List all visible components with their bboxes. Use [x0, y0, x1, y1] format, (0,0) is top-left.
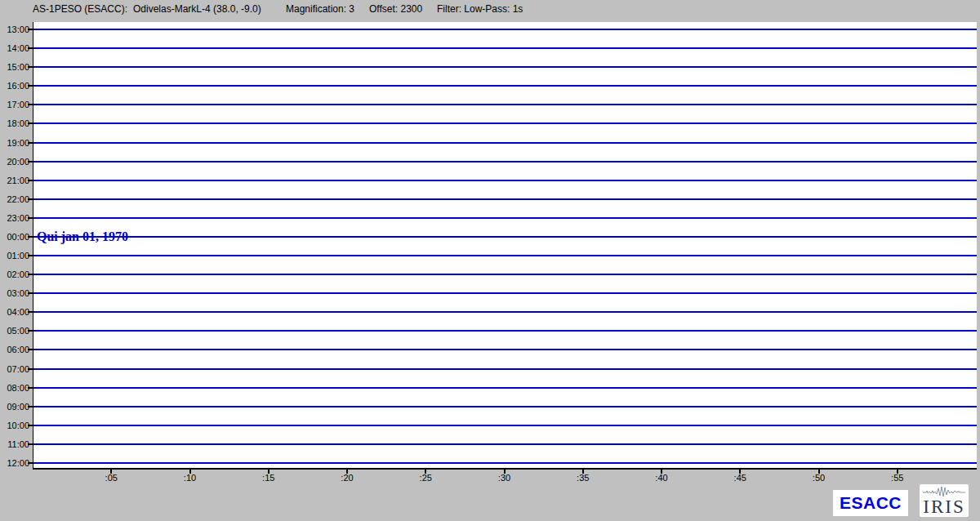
minute-tick-label: :45	[724, 473, 756, 483]
hour-label: 18:00	[0, 118, 29, 129]
esacc-logo-text: ESACC	[840, 493, 902, 512]
minute-tick-label: :25	[409, 473, 442, 483]
minute-tick-label: :15	[252, 473, 285, 483]
hour-label: 23:00	[0, 213, 29, 224]
hour-label: 14:00	[0, 43, 29, 54]
hour-trace-line	[33, 66, 977, 68]
iris-logo: IRIS	[920, 484, 969, 517]
hour-trace-line	[33, 292, 977, 294]
hour-label: 07:00	[0, 364, 29, 375]
filter-label: Filter: Low-Pass: 1s	[437, 3, 523, 15]
hour-trace-line	[33, 217, 977, 219]
hour-trace-line	[33, 368, 977, 370]
hour-trace-line	[33, 198, 977, 200]
minute-tick-label: :40	[645, 473, 678, 483]
hour-label: 10:00	[0, 421, 29, 431]
hour-trace-line	[33, 104, 977, 105]
hour-trace-line	[33, 425, 977, 426]
hour-trace-line	[33, 255, 977, 256]
hour-trace-line	[33, 330, 977, 332]
hour-label: 02:00	[0, 269, 29, 280]
hour-label: 08:00	[0, 383, 29, 394]
iris-waveform-icon	[923, 487, 965, 497]
minute-tick-label: :30	[488, 473, 521, 483]
hour-label: 03:00	[0, 288, 29, 299]
minute-tick-label: :55	[881, 473, 914, 483]
hour-trace-line	[33, 161, 977, 163]
offset-label: Offset: 2300	[369, 3, 422, 15]
hour-label: 17:00	[0, 100, 29, 110]
hour-trace-line	[33, 462, 977, 464]
hour-label: 16:00	[0, 81, 29, 91]
sensor-label: Odivelas-MarkL-4 (38.0, -9.0)	[133, 3, 261, 15]
minute-tick-label: :10	[174, 473, 207, 483]
hour-trace-line	[33, 387, 977, 389]
iris-logo-graphic: IRIS	[920, 484, 969, 517]
hour-label: 22:00	[0, 194, 29, 205]
hour-label: 19:00	[0, 138, 29, 149]
hour-trace-line	[33, 29, 977, 30]
hour-trace-line	[33, 236, 977, 238]
hour-trace-line	[33, 85, 977, 87]
hour-trace-line	[33, 122, 977, 124]
hour-trace-line	[33, 443, 977, 445]
magnification-label: Magnification: 3	[286, 3, 354, 15]
hour-label: 15:00	[0, 62, 29, 73]
minute-tick-label: :35	[567, 473, 599, 483]
hour-trace-line	[33, 142, 977, 144]
minute-tick-label: :05	[95, 473, 127, 483]
hour-label: 21:00	[0, 176, 29, 186]
hour-label: 05:00	[0, 326, 29, 336]
hour-label: 09:00	[0, 402, 29, 412]
hour-label: 01:00	[0, 251, 29, 261]
amaseis-helicorder-window: { "header": { "station": "AS-1PESO (ESAC…	[0, 0, 980, 521]
hour-label: 06:00	[0, 345, 29, 355]
hour-label: 00:00	[0, 232, 29, 243]
hour-label: 12:00	[0, 458, 29, 469]
station-label: AS-1PESO (ESACC):	[33, 3, 127, 15]
hour-trace-line	[33, 311, 977, 313]
hour-label: 20:00	[0, 157, 29, 167]
minute-tick-label: :50	[803, 473, 835, 483]
esacc-logo: ESACC	[833, 490, 908, 516]
hour-trace-line	[33, 349, 977, 350]
hour-trace-line	[33, 406, 977, 407]
hour-trace-line	[33, 180, 977, 181]
hour-label: 04:00	[0, 307, 29, 318]
iris-logo-text: IRIS	[923, 497, 964, 517]
hour-label: 13:00	[0, 24, 29, 35]
hour-label: 11:00	[0, 439, 29, 450]
helicorder-plot-area[interactable]: Qui jan 01, 1970	[33, 22, 977, 470]
hour-trace-line	[33, 47, 977, 49]
hour-trace-line	[33, 274, 977, 275]
minute-tick-label: :20	[331, 473, 363, 483]
